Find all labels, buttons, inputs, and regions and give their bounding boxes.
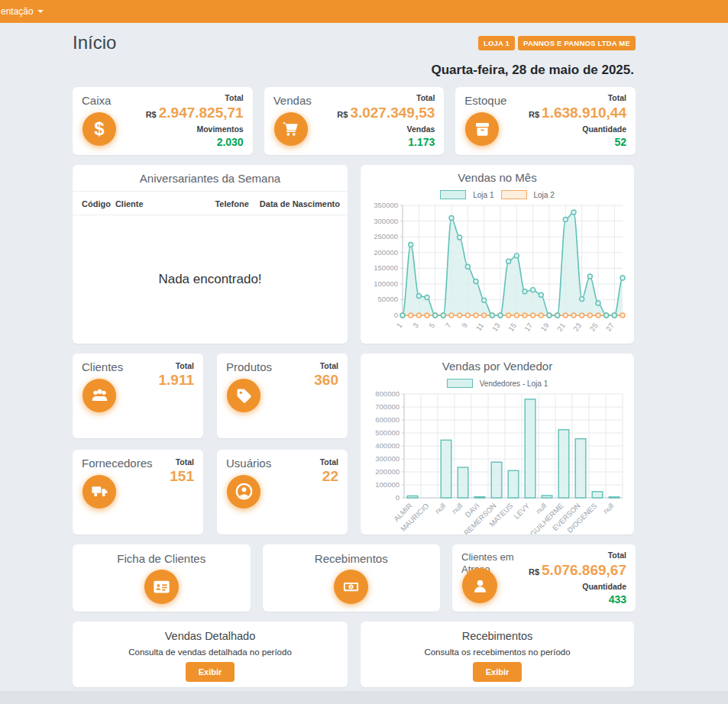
usuarios-card: Usuários Total 22 <box>217 450 348 534</box>
clientes-value: 1.911 <box>159 372 195 389</box>
svg-text:150000: 150000 <box>374 263 398 272</box>
svg-text:11: 11 <box>474 321 486 332</box>
tag-icon <box>227 379 260 412</box>
dashboard-page: Início LOJA 1 PANNOS E PANNOS LTDA ME Qu… <box>0 23 728 691</box>
produtos-card: Produtos Total 360 <box>217 354 348 438</box>
clientes-em-atraso-card: Clientes em Atraso Total R$5.076.869,67 … <box>452 544 636 612</box>
top-navbar: entação <box>0 0 728 23</box>
ficha-de-clientes-title: Ficha de Clientes <box>117 552 205 565</box>
vendas-count-label: Vendas <box>337 124 435 136</box>
quantidade-label: Quantidade <box>529 581 626 593</box>
legend-label-loja2: Loja 2 <box>534 191 555 199</box>
svg-text:7: 7 <box>444 321 453 330</box>
vendas-no-mes-title: Vendas no Mês <box>367 171 627 184</box>
caixa-total-value: 2.947.825,71 <box>159 105 244 121</box>
svg-text:700000: 700000 <box>375 402 400 411</box>
ficha-de-clientes-card[interactable]: Ficha de Clientes <box>73 544 251 612</box>
svg-text:null: null <box>450 502 464 515</box>
cart-icon <box>274 112 308 146</box>
legend-label-vendedores: Vendedores - Loja 1 <box>480 379 548 388</box>
svg-text:50000: 50000 <box>378 295 398 303</box>
svg-text:800000: 800000 <box>375 389 400 398</box>
vendas-total-value: 3.027.349,53 <box>350 105 435 121</box>
recebimentos-card[interactable]: Recebimentos <box>263 544 441 612</box>
svg-text:1: 1 <box>395 321 404 330</box>
svg-text:100000: 100000 <box>374 279 398 288</box>
col-cliente: Cliente <box>115 199 144 208</box>
total-label: Total <box>529 550 626 562</box>
store-badge[interactable]: LOJA 1 <box>478 36 515 50</box>
svg-text:3: 3 <box>411 321 420 330</box>
svg-text:5: 5 <box>427 321 436 330</box>
produtos-value: 360 <box>314 372 338 389</box>
total-label: Total <box>146 92 244 105</box>
id-card-icon <box>144 570 179 604</box>
col-nascimento: Data de Nascimento <box>260 199 340 208</box>
vendas-detalhado-card: Vendas Detalhado Consulta de vendas deta… <box>73 622 348 687</box>
estoque-card: Estoque Total R$1.638.910,44 Quantidade … <box>455 87 636 155</box>
caixa-card: Caixa $ Total R$2.947.825,71 Movimentos … <box>73 87 253 155</box>
vendas-por-vendedor-card: Vendas por Vendedor Vendedores - Loja 1 … <box>361 354 634 534</box>
fornecedores-value: 151 <box>170 468 194 485</box>
recebimentos-title: Recebimentos <box>315 552 388 565</box>
legend-swatch-vendedores <box>447 379 473 388</box>
vendas-por-vendedor-title: Vendas por Vendedor <box>367 360 627 373</box>
box-icon <box>465 112 499 146</box>
vendas-por-vendedor-chart: 0100000200000300000400000500000600000700… <box>367 389 627 534</box>
svg-text:300000: 300000 <box>374 217 398 225</box>
exibir-recebimentos-button[interactable]: Exibir <box>473 662 523 682</box>
caixa-count-value: 2.030 <box>146 135 244 150</box>
nav-menu-label: entação <box>1 6 34 17</box>
svg-text:9: 9 <box>460 321 469 330</box>
svg-text:0: 0 <box>394 311 398 319</box>
stat-cards-row: Caixa $ Total R$2.947.825,71 Movimentos … <box>73 87 636 155</box>
svg-text:13: 13 <box>490 321 502 333</box>
vendas-count-value: 1.173 <box>337 135 435 150</box>
movimentos-label: Movimentos <box>146 124 244 136</box>
people-icon <box>83 379 116 412</box>
svg-text:21: 21 <box>555 321 567 333</box>
total-label: Total <box>176 457 194 469</box>
svg-text:null: null <box>433 502 447 515</box>
legend-swatch-loja1 <box>440 190 466 199</box>
month-chart-legend: Loja 1 Loja 2 <box>367 190 627 199</box>
svg-text:250000: 250000 <box>374 232 398 241</box>
svg-text:200000: 200000 <box>375 467 400 476</box>
current-date: Quarta-feira, 28 de maio de 2025. <box>73 63 634 78</box>
usuarios-value: 22 <box>322 468 338 485</box>
page-title: Início <box>73 32 116 53</box>
recebimentos-report-desc: Consulta os recebimentos no período <box>424 647 570 657</box>
aniversariantes-title: Aniversariantes da Semana <box>73 165 348 192</box>
legend-label-loja1: Loja 1 <box>473 191 493 199</box>
dollar-icon: $ <box>83 112 116 146</box>
svg-text:100000: 100000 <box>375 480 400 489</box>
currency-prefix: R$ <box>146 110 157 119</box>
svg-text:null: null <box>601 502 615 515</box>
svg-text:17: 17 <box>523 321 534 333</box>
svg-text:15: 15 <box>506 321 518 333</box>
currency-prefix: R$ <box>337 110 348 119</box>
atraso-total-value: 5.076.869,67 <box>542 562 626 578</box>
vendor-chart-legend: Vendedores - Loja 1 <box>367 379 627 388</box>
recebimentos-report-title: Recebimentos <box>462 630 533 642</box>
vendas-card: Vendas Total R$3.027.349,53 Vendas 1.173 <box>264 87 445 155</box>
company-badge[interactable]: PANNOS E PANNOS LTDA ME <box>518 36 636 50</box>
col-telefone: Telefone <box>215 199 248 208</box>
currency-prefix: R$ <box>529 567 539 576</box>
svg-text:300000: 300000 <box>375 454 400 463</box>
footer-strip <box>0 691 728 704</box>
person-icon <box>462 568 497 603</box>
header-badges: LOJA 1 PANNOS E PANNOS LTDA ME <box>478 36 636 50</box>
svg-text:25: 25 <box>588 321 600 333</box>
svg-text:null: null <box>534 502 548 515</box>
svg-text:0: 0 <box>396 493 400 502</box>
nav-menu-item[interactable]: entação <box>0 0 48 23</box>
user-circle-icon <box>227 475 260 509</box>
currency-prefix: R$ <box>529 110 539 119</box>
svg-text:LEVY: LEVY <box>512 501 531 520</box>
svg-text:500000: 500000 <box>375 428 400 437</box>
total-label: Total <box>320 457 338 469</box>
exibir-vendas-button[interactable]: Exibir <box>186 662 235 682</box>
svg-text:23: 23 <box>571 321 583 333</box>
svg-text:19: 19 <box>539 321 551 333</box>
